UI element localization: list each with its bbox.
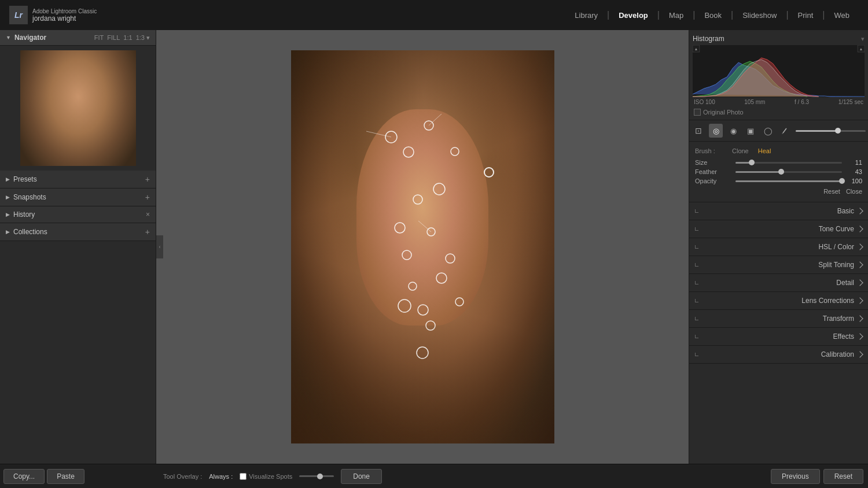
clone-button[interactable]: Clone <box>730 146 751 156</box>
lr-icon: Lr <box>9 6 28 24</box>
lens-corrections-collapse-icon[interactable] <box>856 297 863 304</box>
detail-collapse-icon[interactable] <box>856 279 863 286</box>
heal-button[interactable]: Heal <box>756 146 774 156</box>
effects-label: Effects <box>833 332 854 341</box>
presets-add-button[interactable]: + <box>145 175 150 184</box>
spot-removal-tool[interactable]: ◎ <box>709 124 723 138</box>
reset-button[interactable]: Reset <box>823 188 840 195</box>
visualize-spots-label: Visualize Spots <box>249 473 292 480</box>
opacity-label: Opacity <box>695 178 735 184</box>
top-navigation: Lr Adobe Lightroom Classic jordana wrigh… <box>0 0 868 30</box>
main-photo <box>291 50 554 443</box>
size-row: Size 11 <box>695 159 862 166</box>
history-section: ▶ History × <box>0 206 156 223</box>
collections-header[interactable]: ▶ Collections + <box>0 223 156 241</box>
histogram-canvas: ▲ ▲ <box>693 45 865 97</box>
split-toning-panel-item[interactable]: Split Toning <box>689 256 868 274</box>
tone-curve-panel-item[interactable]: Tone Curve <box>689 220 868 238</box>
bottom-right: Previous Reset <box>689 469 868 484</box>
navigator-preview <box>0 46 156 171</box>
snapshots-header[interactable]: ▶ Snapshots + <box>0 188 156 206</box>
adjustment-brush-tool[interactable] <box>778 124 792 138</box>
detail-label: Detail <box>836 279 854 287</box>
presets-header[interactable]: ▶ Presets + <box>0 171 156 188</box>
calibration-collapse-icon[interactable] <box>856 351 863 357</box>
hsl-panel-item[interactable]: HSL / Color <box>689 238 868 256</box>
tone-curve-collapse-icon[interactable] <box>856 225 863 232</box>
close-button[interactable]: Close <box>846 188 862 195</box>
original-photo-checkbox[interactable] <box>694 109 701 116</box>
radial-filter-tool[interactable]: ◯ <box>761 124 775 138</box>
histogram-section: Histogram ▾ ▲ <box>689 30 868 120</box>
nav-map[interactable]: Map <box>660 8 693 23</box>
basic-label: Basic <box>837 207 854 215</box>
nav-slideshow[interactable]: Slideshow <box>733 8 786 23</box>
paste-button[interactable]: Paste <box>47 469 84 484</box>
bottom-left: Copy... Paste <box>0 469 156 484</box>
crop-tool[interactable]: ⊡ <box>692 124 705 138</box>
view-zoom[interactable]: 1:3 ▾ <box>136 34 150 42</box>
left-panel-collapse-tab[interactable]: ‹ <box>156 235 163 258</box>
red-eye-tool[interactable]: ◉ <box>726 124 740 138</box>
effects-collapse-icon[interactable] <box>856 333 863 339</box>
spots-slider[interactable] <box>299 475 334 477</box>
history-close-button[interactable]: × <box>146 210 150 219</box>
graduated-filter-tool[interactable]: ▣ <box>744 124 757 138</box>
effects-panel-item[interactable]: Effects <box>689 328 868 346</box>
tone-curve-indicator <box>695 227 698 231</box>
histogram-header[interactable]: Histogram ▾ <box>693 32 865 45</box>
transform-panel-item[interactable]: Transform <box>689 310 868 328</box>
calibration-panel-item[interactable]: Calibration <box>689 346 868 364</box>
size-label: Size <box>695 159 735 166</box>
left-panel: ▼ Navigator FIT FILL 1:1 1:3 ▾ ▶ Presets… <box>0 30 156 464</box>
view-fill[interactable]: FILL <box>107 34 120 42</box>
effects-indicator <box>695 335 698 338</box>
copy-button[interactable]: Copy... <box>3 469 45 484</box>
nav-book[interactable]: Book <box>695 8 731 23</box>
previous-button[interactable]: Previous <box>771 469 820 484</box>
hsl-indicator <box>695 245 698 249</box>
calibration-label: Calibration <box>821 350 854 358</box>
view-1-1[interactable]: 1:1 <box>123 34 132 42</box>
navigator-header[interactable]: ▼ Navigator FIT FILL 1:1 1:3 ▾ <box>0 30 156 46</box>
collections-add-button[interactable]: + <box>145 227 150 236</box>
bottom-center: Tool Overlay : Always : Visualize Spots … <box>156 469 689 484</box>
done-button[interactable]: Done <box>341 469 382 484</box>
opacity-slider[interactable] <box>735 180 842 182</box>
feather-slider[interactable] <box>735 171 842 173</box>
basic-collapse-icon[interactable] <box>856 208 863 214</box>
histogram-iso: ISO 100 <box>694 99 715 105</box>
navigator-title: Navigator <box>14 34 46 42</box>
reset-button-bottom[interactable]: Reset <box>823 469 863 484</box>
basic-panel-item[interactable]: Basic <box>689 202 868 220</box>
split-toning-indicator <box>695 263 698 267</box>
lens-corrections-panel-item[interactable]: Lens Corrections <box>689 292 868 310</box>
snapshots-add-button[interactable]: + <box>145 193 150 202</box>
view-fit[interactable]: FIT <box>94 34 104 42</box>
basic-indicator <box>695 209 698 213</box>
right-panel: Histogram ▾ ▲ <box>689 30 868 464</box>
visualize-spots-checkbox[interactable] <box>240 473 247 480</box>
detail-panel-item[interactable]: Detail <box>689 274 868 292</box>
brush-type-row: Brush : Clone Heal <box>695 146 862 156</box>
histogram-chart: ▲ ▲ <box>693 45 865 97</box>
transform-collapse-icon[interactable] <box>856 315 863 321</box>
exposure-slider-row <box>796 130 866 132</box>
size-slider[interactable] <box>735 162 842 164</box>
history-header[interactable]: ▶ History × <box>0 206 156 223</box>
calibration-indicator <box>695 353 698 356</box>
exposure-slider[interactable] <box>796 130 866 132</box>
split-toning-collapse-icon[interactable] <box>856 261 863 268</box>
tool-overlay-value[interactable]: Always : <box>209 473 233 480</box>
original-photo-row: Original Photo <box>693 107 865 117</box>
nav-develop[interactable]: Develop <box>609 8 657 23</box>
nav-print[interactable]: Print <box>789 8 823 23</box>
center-photo-area[interactable] <box>156 30 689 464</box>
histogram-aperture: f / 6.3 <box>795 99 809 105</box>
histogram-collapse-icon[interactable]: ▾ <box>861 35 865 43</box>
hsl-collapse-icon[interactable] <box>856 243 863 250</box>
nav-web[interactable]: Web <box>825 8 859 23</box>
presets-triangle: ▶ <box>6 176 10 182</box>
transform-label: Transform <box>823 315 854 323</box>
nav-library[interactable]: Library <box>565 8 607 23</box>
